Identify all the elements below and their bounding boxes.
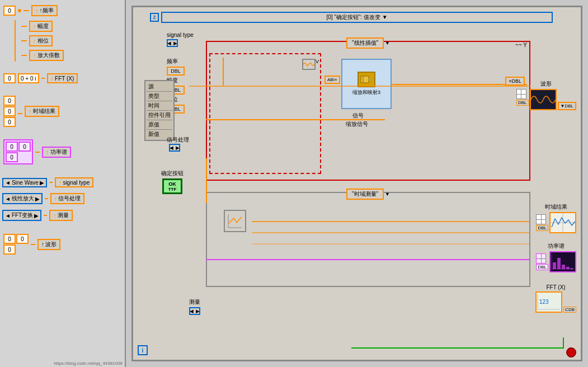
svg-rect-0: [361, 76, 369, 83]
amp-text: 幅度: [37, 22, 49, 30]
fft-row: 0 0 + 0 i ↑ FFT (X): [2, 73, 123, 84]
gain-line: [21, 55, 27, 56]
tr-dbl: DBL: [536, 225, 548, 231]
ps-grid: DBL: [536, 253, 548, 270]
fft-t-arrow-left: ◄: [5, 213, 11, 219]
fft-cdb: CDB: [563, 307, 576, 313]
gap2: [2, 87, 123, 92]
wave-display-area: 波形 DBL: [516, 80, 576, 110]
left-panel: 0 ↑ ↑频率 ↑ 幅度: [0, 0, 126, 367]
branch-items: ↑ 幅度 ↑ 相位 ↑ 放大倍数: [20, 20, 65, 62]
svg-text:123: 123: [539, 299, 549, 305]
td-val2: 0: [3, 106, 16, 116]
wave-icon: [302, 59, 316, 70]
ps-line: [35, 152, 40, 153]
time-measure-label: "时域测量": [346, 189, 384, 200]
power-row2: 0: [6, 152, 31, 162]
gap3: [2, 131, 123, 135]
power-display-area: 功率谱 DBL: [536, 242, 576, 272]
wave-display-label: 波形: [540, 80, 552, 88]
top-dropdown[interactable]: [0] "确定按钮": 值改变 ▼: [161, 12, 553, 23]
fft-thumb: 123: [535, 291, 562, 313]
sine-text: Sine Wave: [12, 180, 39, 186]
power-display-group: DBL: [536, 251, 576, 272]
signal-type-label: signal type: [167, 32, 194, 38]
svg-rect-17: [571, 268, 573, 269]
time-measure-header: "时域测量" ▼: [346, 189, 390, 200]
fft-t-label: ↑ 测量: [49, 210, 73, 221]
td-val1: 0: [3, 96, 16, 106]
freq-row: 0 ↑ ↑频率: [2, 4, 123, 17]
wave-line: [31, 244, 35, 245]
ps-v2: 0: [18, 142, 31, 152]
type-label: 类型: [147, 92, 172, 101]
ps-text: 功率谱: [50, 148, 67, 156]
signal-type-toggle[interactable]: ◄►: [167, 39, 178, 47]
gap5: [2, 225, 123, 230]
fft-display-label: FFT (X): [546, 284, 565, 290]
stop-button[interactable]: [566, 347, 576, 357]
tr-thumb: [549, 212, 576, 233]
linear-selector[interactable]: ◄ 线性放大 ▶: [2, 193, 43, 204]
grid-top: [516, 89, 526, 99]
td-label: ↑ 时域结果: [25, 106, 59, 117]
linear-arrow-left: ◄: [5, 196, 11, 202]
time-result-group: DBL: [536, 212, 576, 233]
power-box: 0 0 0: [3, 139, 33, 164]
fft-left-val: 0: [3, 73, 16, 83]
gap4: [2, 168, 123, 173]
measure-toggle[interactable]: ◄►: [189, 307, 200, 315]
info-box[interactable]: i: [138, 345, 148, 355]
right-panel: Z [0] "确定按钮": 值改变 ▼ signal type ◄► 频率 DB…: [126, 0, 588, 367]
fft-line: [41, 78, 45, 79]
freq-dot: [18, 9, 21, 12]
fft-label: ↑ FFT (X): [47, 73, 78, 83]
linear-label-text: 信号处理: [58, 195, 81, 203]
phase-text: 相位: [37, 37, 49, 45]
ps-label: ↑ 功率谱: [42, 147, 71, 158]
green-wire-v: [563, 337, 564, 349]
y-label: ~~ Y: [515, 42, 527, 48]
freq-diag-label: 频率: [167, 58, 185, 65]
measure-label: 测量: [189, 298, 200, 306]
ps-v1: 0: [6, 142, 18, 152]
gain-text: 放大倍数: [37, 51, 60, 59]
ok-text: OK: [168, 181, 176, 187]
sig-proc-btn[interactable]: ◄►: [169, 144, 180, 152]
wave-display-group: DBL ▼DBL: [516, 89, 576, 110]
diagram-area: Z [0] "确定按钮": 值改变 ▼ signal type ◄► 频率 DB…: [131, 6, 582, 361]
url-text: https://blog.csdn.net/qq_44381038: [54, 361, 123, 366]
ps-grid-icon: [536, 253, 546, 264]
fft-transform-selector[interactable]: ◄ FFT变换 ▶: [2, 210, 41, 221]
wave-dbl2: ▼DBL: [558, 102, 576, 110]
power-row: 0 0 0 ↑ 功率谱: [2, 139, 123, 165]
linear-interp-label: "线性插值": [346, 37, 384, 49]
fft-text: FFT (X): [55, 76, 74, 82]
ow3: [206, 119, 385, 120]
main-container: 0 ↑ ↑频率 ↑ 幅度: [0, 0, 588, 367]
inner-dashed-box: V: [209, 53, 321, 174]
sine-selector[interactable]: ◄ Sine Wave ▶: [2, 178, 47, 187]
tr-grid-icon: [536, 214, 546, 224]
sine-arrow-right: ▶: [40, 180, 44, 186]
wave-top-row: 0 0: [3, 234, 29, 244]
wave-text: 波形: [45, 241, 57, 248]
sig-proc-toggle[interactable]: ◄►: [169, 144, 180, 152]
sine-label: ↑ signal type: [55, 177, 93, 187]
wave-thumb: [530, 89, 557, 110]
freq-arrow: ↑: [35, 7, 39, 14]
top-dropdown-area: Z [0] "确定按钮": 值改变 ▼: [150, 12, 553, 23]
fft-display-area: FFT (X) 123 CDB: [535, 284, 576, 313]
freq-line: [23, 10, 29, 11]
wave-grid-icon: DBL: [516, 89, 529, 106]
wave-vals: 0 0 0: [3, 234, 29, 255]
amplified-label: 缩放信号: [346, 120, 368, 128]
wave-dbl: DBL: [516, 100, 529, 106]
measure-area: 测量 ◄►: [189, 298, 200, 315]
wave-v1: 0: [3, 234, 16, 244]
top-left-icon: Z: [150, 13, 159, 22]
ps-thumb: [549, 251, 576, 272]
sine-row: ◄ Sine Wave ▶ ↑ signal type: [2, 177, 123, 187]
ok-button[interactable]: OK TTF: [162, 178, 182, 194]
wave-label: ↑ 波形: [37, 239, 60, 250]
